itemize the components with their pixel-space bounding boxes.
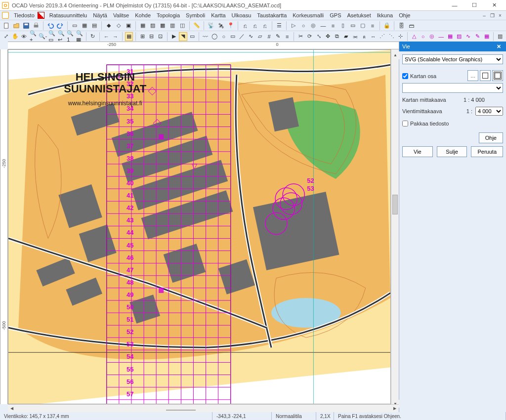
- export-button[interactable]: Vie: [402, 146, 433, 157]
- draw-num-button[interactable]: #: [265, 32, 273, 41]
- menu-kartta[interactable]: Kartta: [208, 12, 228, 18]
- close-button[interactable]: ✕: [484, 0, 504, 11]
- menu-tiedosto[interactable]: Tiedosto: [11, 12, 38, 18]
- undo-button[interactable]: [46, 21, 55, 30]
- save-button[interactable]: [22, 21, 31, 30]
- zoom-window-button[interactable]: 🔍▦: [76, 32, 84, 41]
- sym-pen-button[interactable]: ✎: [473, 32, 481, 41]
- bgmap-1-button[interactable]: ▦: [138, 21, 147, 30]
- tool-a-button[interactable]: ⎌: [241, 21, 250, 30]
- menu-topologia[interactable]: Topologia: [154, 12, 183, 18]
- scroll-up-button[interactable]: ▲: [391, 51, 399, 59]
- pack-file-checkbox[interactable]: [402, 121, 408, 126]
- edit-rotate-button[interactable]: ⟳: [306, 32, 314, 41]
- draw-poly-button[interactable]: ▱: [256, 32, 264, 41]
- scroll-right-button[interactable]: ▶: [391, 405, 399, 413]
- course-6-button[interactable]: ▯: [338, 21, 347, 30]
- course-9-button[interactable]: ≡: [368, 21, 377, 30]
- symbol-3-button[interactable]: ▣: [124, 21, 133, 30]
- select-box-button[interactable]: ▭: [188, 32, 196, 41]
- zoom-100-button[interactable]: 🔍1: [66, 32, 74, 41]
- minimize-button[interactable]: —: [445, 0, 464, 11]
- pan-button[interactable]: ✋: [11, 32, 19, 41]
- part-of-map-checkbox[interactable]: [402, 73, 408, 79]
- edit-scale-button[interactable]: ⤡: [315, 32, 323, 41]
- menu-ulkoasu[interactable]: Ulkoasu: [229, 12, 254, 18]
- edit-merge-button[interactable]: ⩀: [360, 32, 368, 41]
- symbol-1-button[interactable]: ◆: [104, 21, 113, 30]
- sym-grid-button[interactable]: ▦: [446, 32, 454, 41]
- structure-button[interactable]: ▥: [496, 32, 504, 41]
- bgmap-5-button[interactable]: ◫: [178, 21, 187, 30]
- layer-button[interactable]: ▤: [90, 21, 99, 30]
- scroll-left-button[interactable]: ◀: [8, 405, 16, 413]
- snap-3-button[interactable]: ⊡: [157, 32, 165, 41]
- print-button[interactable]: [32, 21, 41, 30]
- course-4-button[interactable]: —: [319, 21, 328, 30]
- sym-curve-button[interactable]: ∿: [464, 32, 472, 41]
- bgmap-3-button[interactable]: ▩: [158, 21, 167, 30]
- export-panel-close-button[interactable]: ✕: [494, 43, 503, 50]
- scrollbar-horizontal[interactable]: ◀ ▶: [8, 404, 399, 412]
- sym-triangle-button[interactable]: △: [410, 32, 418, 41]
- mdi-close-button[interactable]: ×: [496, 12, 504, 19]
- draw-stairs-button[interactable]: ≡: [283, 32, 291, 41]
- draw-free-button[interactable]: ∿: [247, 32, 255, 41]
- redo-button[interactable]: [56, 21, 65, 30]
- window-manage-button[interactable]: ▭: [70, 21, 79, 30]
- menu-symboli[interactable]: Symboli: [183, 12, 208, 18]
- maximize-button[interactable]: ☐: [464, 0, 484, 11]
- edit-x2-button[interactable]: ⋱: [387, 32, 395, 41]
- lock-button[interactable]: 🔒: [382, 21, 391, 30]
- menu-ohje[interactable]: Ohje: [396, 12, 413, 18]
- symbol-2-button[interactable]: ◇: [114, 21, 123, 30]
- new-file-button[interactable]: [2, 21, 11, 30]
- select-arrow-button[interactable]: ▶: [170, 32, 178, 41]
- part-pick-button[interactable]: …: [467, 70, 478, 81]
- draw-rect-button[interactable]: ▭: [229, 32, 237, 41]
- course-3-button[interactable]: ◎: [309, 21, 318, 30]
- menu-gps[interactable]: GPS: [327, 12, 344, 18]
- draw-freehand-button[interactable]: ✎: [274, 32, 282, 41]
- zoom-sel-button[interactable]: 🔍▭: [48, 32, 56, 41]
- snap-2-button[interactable]: ⊟: [147, 32, 155, 41]
- part-rect-button[interactable]: [480, 70, 491, 81]
- nav-next-button[interactable]: →: [111, 32, 119, 41]
- nav-prev-button[interactable]: ←: [102, 32, 110, 41]
- export-format-combo[interactable]: SVG (Scalable Vector Graphics): [402, 54, 503, 64]
- sym-circle-button[interactable]: ○: [419, 32, 427, 41]
- measure-button[interactable]: 📏: [192, 21, 201, 30]
- menu-taustakartta[interactable]: Taustakartta: [254, 12, 290, 18]
- edit-move-button[interactable]: ✥: [324, 32, 332, 41]
- color-button[interactable]: ▦: [80, 21, 89, 30]
- app-menu-icon[interactable]: [2, 12, 9, 19]
- part-full-button[interactable]: [492, 70, 503, 81]
- course-8-button[interactable]: ▢: [358, 21, 367, 30]
- pan-follow-button[interactable]: 👁: [20, 32, 28, 41]
- snap-1-button[interactable]: ⊞: [138, 32, 146, 41]
- sym-table-button[interactable]: ▦: [482, 32, 490, 41]
- edit-x1-button[interactable]: ⋰: [379, 32, 386, 41]
- bgmap-4-button[interactable]: ▥: [168, 21, 177, 30]
- menu-ratasuunnittelu[interactable]: Ratasuunnittelu: [46, 12, 90, 18]
- bgmap-2-button[interactable]: ▨: [148, 21, 157, 30]
- export-panel-header[interactable]: Vie ✕: [399, 42, 506, 51]
- course-2-button[interactable]: ○: [299, 21, 308, 30]
- db2-button[interactable]: 🗃: [407, 21, 416, 30]
- export-scale-combo[interactable]: 4 000: [475, 107, 503, 116]
- gps-1-button[interactable]: 📡: [207, 21, 215, 30]
- menu-kohde[interactable]: Kohde: [132, 12, 154, 18]
- gps-2-button[interactable]: 🛰: [216, 21, 225, 30]
- close-panel-button[interactable]: Sulje: [437, 146, 467, 157]
- sym-dcircle-button[interactable]: ◎: [428, 32, 436, 41]
- menu-asetukset[interactable]: Asetukset: [344, 12, 374, 18]
- edit-dup-button[interactable]: ⧉: [333, 32, 341, 41]
- course-5-button[interactable]: ≡: [329, 21, 337, 30]
- course-7-button[interactable]: ▭: [348, 21, 357, 30]
- mdi-minimize-button[interactable]: –: [480, 12, 488, 19]
- edit-x3-button[interactable]: ⊹: [396, 32, 404, 41]
- part-combo[interactable]: [402, 83, 503, 93]
- menu-valitse[interactable]: Valitse: [110, 12, 132, 18]
- zoom-prev-button[interactable]: 🔍↩: [57, 32, 65, 41]
- edit-fill-button[interactable]: ▰: [342, 32, 350, 41]
